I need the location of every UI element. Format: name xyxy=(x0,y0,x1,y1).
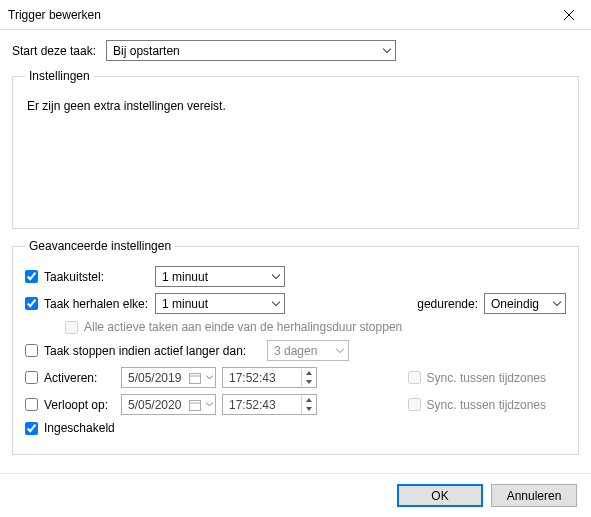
delay-checkbox[interactable]: Taakuitstel: xyxy=(25,270,155,284)
stopall-row: Alle actieve taken aan einde van de herh… xyxy=(25,317,566,337)
start-task-row: Start deze taak: Bij opstarten xyxy=(12,40,579,61)
enabled-label: Ingeschakeld xyxy=(44,421,115,435)
advanced-group: Geavanceerde instellingen Taakuitstel: 1… xyxy=(12,239,579,455)
activate-sync-checkbox: Sync. tussen tijdzones xyxy=(408,371,546,385)
stopall-checkbox: Alle actieve taken aan einde van de herh… xyxy=(65,320,402,334)
content-area: Start deze taak: Bij opstarten Instellin… xyxy=(0,30,591,473)
repeat-checkbox[interactable]: Taak herhalen elke: xyxy=(25,297,155,311)
chevron-down-icon xyxy=(306,407,312,411)
repeat-during-label: gedurende: xyxy=(408,297,478,311)
chevron-down-icon xyxy=(272,300,280,308)
stoprun-value: 3 dagen xyxy=(274,344,317,358)
settings-group: Instellingen Er zijn geen extra instelli… xyxy=(12,69,579,229)
delay-label: Taakuitstel: xyxy=(44,270,104,284)
chevron-down-icon xyxy=(336,347,344,355)
activate-time-value: 17:52:43 xyxy=(229,371,301,385)
start-task-label: Start deze taak: xyxy=(12,44,96,58)
footer: OK Annuleren xyxy=(0,473,591,517)
enabled-checkbox[interactable]: Ingeschakeld xyxy=(25,421,115,435)
start-task-combo[interactable]: Bij opstarten xyxy=(106,40,396,61)
chevron-up-icon xyxy=(306,398,312,402)
activate-sync-checkbox-input xyxy=(408,371,421,384)
svg-rect-2 xyxy=(190,373,201,383)
stoprun-checkbox-input[interactable] xyxy=(25,344,38,357)
calendar-icon xyxy=(189,372,201,384)
dialog-window: Trigger bewerken Start deze taak: Bij op… xyxy=(0,0,591,517)
chevron-down-icon xyxy=(272,273,280,281)
chevron-down-icon xyxy=(206,401,213,408)
delay-checkbox-input[interactable] xyxy=(25,270,38,283)
stoprun-checkbox[interactable]: Taak stoppen indien actief langer dan: xyxy=(25,344,267,358)
activate-row: Activeren: 5/05/2019 17:52:43 xyxy=(25,364,566,391)
stoprun-combo: 3 dagen xyxy=(267,340,349,361)
stopall-label: Alle actieve taken aan einde van de herh… xyxy=(84,320,402,334)
advanced-group-legend: Geavanceerde instellingen xyxy=(25,239,175,253)
close-icon xyxy=(564,10,574,20)
expire-date-value: 5/05/2020 xyxy=(128,398,186,412)
window-title: Trigger bewerken xyxy=(8,8,546,22)
stopall-checkbox-input xyxy=(65,321,78,334)
ok-button[interactable]: OK xyxy=(397,484,483,507)
activate-checkbox[interactable]: Activeren: xyxy=(25,371,121,385)
expire-time[interactable]: 17:52:43 xyxy=(222,394,317,415)
spinner-arrows[interactable] xyxy=(301,396,316,414)
activate-label: Activeren: xyxy=(44,371,97,385)
chevron-down-icon xyxy=(306,380,312,384)
cancel-button-label: Annuleren xyxy=(507,489,562,503)
chevron-down-icon xyxy=(553,300,561,308)
activate-date[interactable]: 5/05/2019 xyxy=(121,367,216,388)
expire-checkbox[interactable]: Verloopt op: xyxy=(25,398,121,412)
stoprun-label: Taak stoppen indien actief langer dan: xyxy=(44,344,246,358)
close-button[interactable] xyxy=(546,0,591,30)
enabled-row: Ingeschakeld xyxy=(25,418,566,438)
expire-label: Verloopt op: xyxy=(44,398,108,412)
expire-sync-checkbox-input xyxy=(408,398,421,411)
expire-date[interactable]: 5/05/2020 xyxy=(121,394,216,415)
spinner-arrows[interactable] xyxy=(301,369,316,387)
repeat-row: Taak herhalen elke: 1 minuut gedurende: … xyxy=(25,290,566,317)
repeat-during-combo[interactable]: Oneindig xyxy=(484,293,566,314)
ok-button-label: OK xyxy=(431,489,448,503)
enabled-checkbox-input[interactable] xyxy=(25,422,38,435)
stoprun-row: Taak stoppen indien actief langer dan: 3… xyxy=(25,337,566,364)
expire-sync-label: Sync. tussen tijdzones xyxy=(427,398,546,412)
repeat-combo[interactable]: 1 minuut xyxy=(155,293,285,314)
svg-rect-4 xyxy=(190,400,201,410)
expire-checkbox-input[interactable] xyxy=(25,398,38,411)
chevron-down-icon xyxy=(206,374,213,381)
settings-text: Er zijn geen extra instellingen vereist. xyxy=(25,93,566,119)
repeat-label: Taak herhalen elke: xyxy=(44,297,148,311)
start-task-value: Bij opstarten xyxy=(113,44,180,58)
repeat-checkbox-input[interactable] xyxy=(25,297,38,310)
calendar-icon xyxy=(189,399,201,411)
activate-date-value: 5/05/2019 xyxy=(128,371,186,385)
titlebar: Trigger bewerken xyxy=(0,0,591,30)
expire-time-value: 17:52:43 xyxy=(229,398,301,412)
expire-sync-checkbox: Sync. tussen tijdzones xyxy=(408,398,546,412)
activate-time[interactable]: 17:52:43 xyxy=(222,367,317,388)
chevron-up-icon xyxy=(306,371,312,375)
delay-row: Taakuitstel: 1 minuut xyxy=(25,263,566,290)
repeat-value: 1 minuut xyxy=(162,297,208,311)
cancel-button[interactable]: Annuleren xyxy=(491,484,577,507)
repeat-during-value: Oneindig xyxy=(491,297,539,311)
expire-row: Verloopt op: 5/05/2020 17:52:43 xyxy=(25,391,566,418)
delay-value: 1 minuut xyxy=(162,270,208,284)
delay-combo[interactable]: 1 minuut xyxy=(155,266,285,287)
activate-sync-label: Sync. tussen tijdzones xyxy=(427,371,546,385)
chevron-down-icon xyxy=(383,47,391,55)
activate-checkbox-input[interactable] xyxy=(25,371,38,384)
settings-group-legend: Instellingen xyxy=(25,69,94,83)
